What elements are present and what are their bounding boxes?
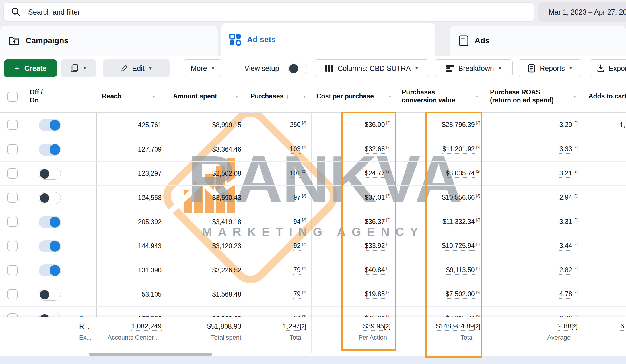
row-checkbox[interactable] (7, 265, 18, 275)
cell-conv: $10,556.66[2] (398, 186, 480, 210)
summary-reach: 1,082,249 (100, 321, 162, 332)
bottom-strip (0, 356, 626, 364)
edit-caret-icon: ▼ (149, 66, 153, 71)
duplicate-icon (70, 64, 79, 73)
column-header-purchase-roas[interactable]: Purchase ROAS (return on ad spend)▾ (490, 80, 577, 112)
create-button[interactable]: + Create (4, 59, 57, 77)
reports-button[interactable]: Reports ▼ (518, 59, 582, 77)
row-checkbox[interactable] (7, 168, 18, 179)
cell-reach: 127,709 (100, 137, 162, 162)
summary-spent-label: Total spent (171, 333, 241, 342)
cell-reach: 124,558 (100, 186, 162, 210)
cell-roas: 2.82[2] (501, 258, 578, 282)
cell-purchases: 79[2] (239, 282, 306, 307)
row-checkbox[interactable] (7, 313, 18, 317)
cell-purchases: 92[2] (239, 234, 306, 258)
column-header-adds-to-cart[interactable]: Adds to cart (588, 80, 626, 112)
cell-reach: 205,392 (100, 210, 162, 234)
toggle-knob (40, 169, 49, 179)
row-toggle-off[interactable] (39, 192, 61, 204)
cell-reach: 144,943 (100, 234, 162, 258)
tab-adsets-label: Ad sets (247, 35, 276, 44)
table-row[interactable]: 205,392$3,419.1894[2]$36.37[2]$11,332.34… (0, 210, 626, 234)
row-toggle-off[interactable] (39, 289, 61, 301)
date-range-button[interactable]: Mar 1, 2023 – Apr 27, 2023 (538, 2, 626, 22)
edit-button[interactable]: Edit ▼ (103, 59, 170, 77)
search-input[interactable]: Search and filter (3, 2, 534, 22)
cell-cost: $33.92[2] (316, 234, 390, 258)
column-header-reach[interactable]: Reach▾ (102, 80, 156, 112)
column-header-purchases[interactable]: Purchases↓ ▾ (250, 80, 307, 112)
row-checkbox[interactable] (7, 217, 18, 227)
table-row[interactable]: 131,390$3,226.5279[2]$40.84[2]$9,113.50[… (0, 258, 626, 282)
export-button[interactable]: Export (590, 59, 626, 77)
row-toggle-off[interactable] (39, 168, 61, 180)
row-checkbox[interactable] (7, 193, 18, 203)
tab-adsets-selected[interactable]: Ad sets (221, 23, 435, 56)
table-row[interactable]: 127,709$3,364.46103[2]$32.66[2]$11,201.9… (0, 137, 626, 161)
header-caret-icon: ▾ (303, 94, 306, 99)
columns-caret-icon: ▼ (415, 66, 419, 71)
reports-caret-icon: ▼ (569, 66, 573, 71)
header-caret-icon: ▾ (574, 94, 576, 99)
cell-conv: $9,113.50[2] (398, 258, 480, 282)
cell-cost: $36.00[2] (316, 113, 390, 137)
column-separator (164, 317, 164, 353)
horizontal-scrollbar-thumb[interactable] (89, 353, 212, 356)
summary-row: R... Ex... 1,082,249 Accounts Center ...… (0, 317, 626, 353)
summary-roas: 2.88[2] (501, 321, 578, 332)
cell-cost: $37.01[2] (316, 186, 390, 210)
cell-purchases: 64[2] (239, 307, 306, 317)
cell-roas: 3.33[2] (501, 137, 578, 162)
table-row[interactable]: 53,105$1,568.4879[2]$19.85[2]$7,502.00[2… (0, 282, 626, 306)
row-checkbox[interactable] (7, 120, 18, 130)
cell-cost: $32.66[2] (316, 137, 390, 162)
row-toggle-on[interactable] (39, 119, 61, 131)
cell-spent: $8,999.15 (171, 113, 241, 137)
view-setup-toggle[interactable] (288, 63, 307, 74)
table-row[interactable]: R127,856$2,900.0064[2]$45.21[2]$7,015.74… (0, 306, 626, 317)
cell-adds: 1, (620, 113, 626, 137)
row-toggle-on[interactable] (39, 216, 61, 228)
row-toggle-off[interactable] (39, 313, 61, 317)
select-all-checkbox[interactable] (7, 92, 18, 102)
row-checkbox[interactable] (7, 289, 18, 299)
columns-icon (325, 64, 334, 72)
summary-purchases-label: Total (239, 333, 303, 342)
columns-button[interactable]: Columns: CBD SUTRA ▼ (314, 59, 429, 77)
duplicate-button[interactable]: ▼ (61, 59, 96, 77)
row-toggle-on[interactable] (39, 144, 61, 156)
tab-campaigns[interactable]: Campaigns (0, 26, 218, 56)
cell-purchases: 97[2] (239, 186, 306, 210)
header-caret-icon: ▾ (153, 94, 155, 99)
row-checkbox[interactable] (7, 144, 18, 154)
row-toggle-on[interactable] (39, 240, 61, 252)
row-checkbox[interactable] (7, 241, 18, 251)
breakdown-button[interactable]: Breakdown ▼ (435, 59, 513, 77)
summary-conv: $148,984.89[2] (398, 321, 480, 332)
cell-spent: $3,120.23 (171, 234, 241, 258)
table-row[interactable]: 425,761$8,999.15250[2]$36.00[2]$28,796.3… (0, 113, 626, 137)
more-button[interactable]: More ▼ (184, 59, 222, 77)
row-toggle-on[interactable] (39, 264, 61, 276)
column-header-purchases-conversion-value[interactable]: Purchases conversion value▾ (402, 80, 479, 112)
more-caret-icon: ▼ (211, 66, 215, 71)
table-header: Off / On Reach▾ Amount spent▾ Purchases↓… (0, 80, 626, 113)
campaigns-folder-icon (9, 36, 20, 46)
table-row[interactable]: 123,297$2,502.08101[2]$24.77[2]$8,035.74… (0, 161, 626, 185)
create-label: Create (24, 64, 47, 73)
cell-spent: $1,568.48 (171, 282, 241, 307)
table-row[interactable]: 144,943$3,120.2392[2]$33.92[2]$10,725.94… (0, 234, 626, 258)
pencil-icon (120, 64, 128, 72)
toggle-knob (50, 217, 60, 228)
cell-cost: $45.21[2] (316, 307, 390, 317)
table-row[interactable]: 124,558$3,590.4397[2]$37.01[2]$10,556.66… (0, 185, 626, 210)
column-header-amount-spent[interactable]: Amount spent▾ (173, 80, 239, 112)
column-header-cost-per-purchase[interactable]: Cost per purchase▾ (316, 80, 392, 112)
tab-ads[interactable]: Ads (450, 26, 626, 56)
header-caret-icon: ▾ (476, 94, 478, 99)
row-name-link[interactable]: R (79, 307, 99, 317)
cell-cost: $36.37[2] (316, 210, 390, 234)
toolbar: + Create ▼ Edit ▼ More ▼ View setup (0, 56, 626, 80)
cell-reach: 425,761 (100, 113, 162, 137)
